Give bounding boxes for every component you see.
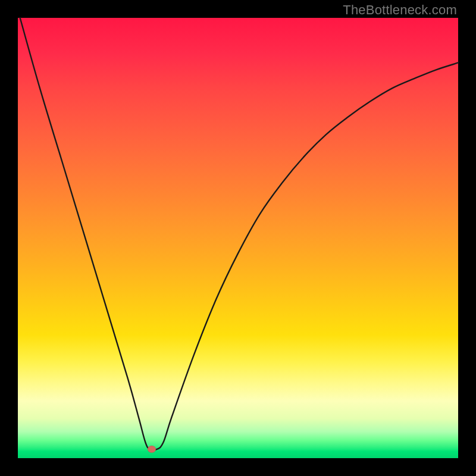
curve-minimum-dot — [148, 446, 156, 453]
chart-frame: TheBottleneck.com — [0, 0, 476, 476]
curve-svg — [18, 18, 458, 458]
bottleneck-curve — [20, 18, 458, 450]
watermark-text: TheBottleneck.com — [343, 2, 457, 18]
plot-area — [18, 18, 458, 458]
